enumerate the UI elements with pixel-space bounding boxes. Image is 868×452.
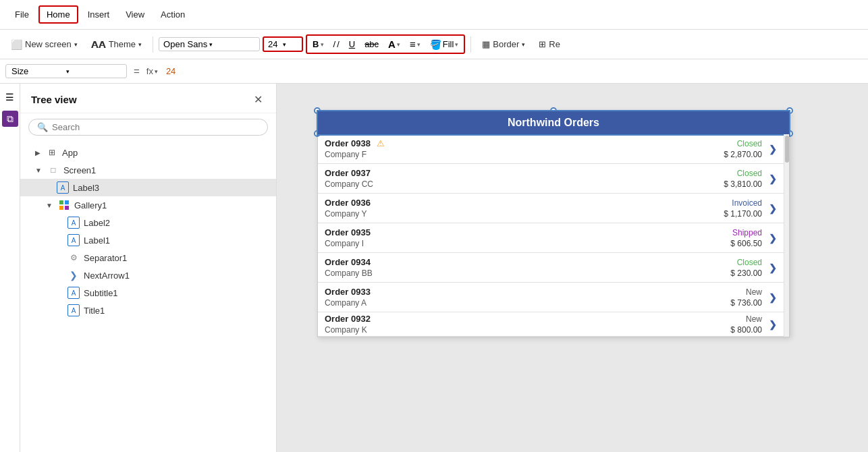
app-canvas: Northwind Orders Order 0938 ⚠ Closed <box>317 111 790 337</box>
row-amount: $ 606.50 <box>730 239 762 248</box>
row-company: Company I <box>325 239 364 248</box>
row-content: Order 0934 Closed Company BB $ 230.00 <box>325 257 762 278</box>
search-input[interactable] <box>52 122 259 132</box>
resize-button[interactable]: ⊞ Re <box>533 36 566 52</box>
gallery-row[interactable]: Order 0933 New Company A $ 736.00 ❯ <box>318 283 784 312</box>
chevron-right-icon: ❯ <box>769 262 777 273</box>
strikethrough-button[interactable]: abc <box>360 38 383 51</box>
row-order: Order 0938 <box>325 138 371 148</box>
resize-label: Re <box>549 39 560 49</box>
tree-item-nextarrow1[interactable]: ▶ ❯ NextArrow1 <box>20 266 276 284</box>
tree-item-title1[interactable]: ▶ A Title1 <box>20 302 276 319</box>
tree-item-label: Subtitle1 <box>84 288 265 298</box>
fx-label[interactable]: fx ▾ <box>146 66 158 76</box>
label-icon: A <box>67 287 80 299</box>
gallery-body: Order 0938 ⚠ Closed Company F $ 2,870.00… <box>318 134 789 337</box>
gallery-row[interactable]: Order 0936 Invoiced Company Y $ 1,170.00… <box>318 194 784 223</box>
fill-chevron: ▾ <box>455 41 458 48</box>
tree-item-app[interactable]: ▶ ⊞ App <box>20 144 276 161</box>
border-button[interactable]: ▦ Border ▾ <box>477 36 531 52</box>
tree-item-screen1[interactable]: ▼ □ Screen1 <box>20 161 276 179</box>
tree-item-label2[interactable]: ▶ A Label2 <box>20 214 276 231</box>
menu-view[interactable]: View <box>119 7 151 22</box>
gallery-rows: Order 0938 ⚠ Closed Company F $ 2,870.00… <box>318 134 784 337</box>
tree-item-label: Label2 <box>84 218 265 228</box>
layers-icon[interactable]: ⧉ <box>2 111 18 127</box>
tree-item-subtitle1[interactable]: ▶ A Subtitle1 <box>20 284 276 302</box>
chevron-right-icon: ❯ <box>769 233 777 244</box>
new-screen-button[interactable]: ⬜ New screen ▾ <box>5 36 83 53</box>
row-status: Closed <box>737 139 762 148</box>
fx-text: fx <box>146 66 153 76</box>
formula-bar: Size ▾ = fx ▾ 24 <box>0 59 868 84</box>
svg-rect-2 <box>59 206 63 210</box>
row-top: Order 0933 New <box>325 287 762 297</box>
gallery-row[interactable]: Order 0935 Shipped Company I $ 606.50 ❯ <box>318 223 784 253</box>
hamburger-icon[interactable]: ☰ <box>2 89 18 105</box>
underline-button[interactable]: U <box>345 38 359 51</box>
separator1 <box>153 36 153 53</box>
tree-item-label: Gallery1 <box>74 200 265 210</box>
tree-item-label1[interactable]: ▶ A Label1 <box>20 231 276 249</box>
svg-rect-1 <box>65 200 69 204</box>
tree-item-separator1[interactable]: ▶ ⚙ Separator1 <box>20 249 276 266</box>
row-content: Order 0937 Closed Company CC $ 3,810.00 <box>325 168 762 189</box>
tree-item-label: App <box>62 148 265 158</box>
font-size-selector[interactable]: 24 ▾ <box>263 36 303 52</box>
property-selector[interactable]: Size ▾ <box>5 64 127 78</box>
chevron-right-icon: ❯ <box>769 173 777 184</box>
gallery-row[interactable]: Order 0932 New Company K $ 800.00 ❯ <box>318 312 784 337</box>
row-company: Company K <box>325 325 367 335</box>
font-family-selector[interactable]: Open Sans ▾ <box>159 37 260 51</box>
tree-item-label: NextArrow1 <box>84 271 265 281</box>
font-color-button[interactable]: A ▾ <box>384 37 404 51</box>
tree-header: Tree view ✕ <box>20 84 276 113</box>
row-bottom: Company F $ 2,870.00 <box>325 150 762 159</box>
row-status: Closed <box>737 169 762 178</box>
row-status: Closed <box>737 258 762 267</box>
row-content: Order 0935 Shipped Company I $ 606.50 <box>325 227 762 248</box>
tree-item-label: Label3 <box>73 183 265 193</box>
tree-item-gallery1[interactable]: ▼ Gallery1 <box>20 196 276 214</box>
svg-rect-0 <box>59 200 63 204</box>
font-family-value: Open Sans <box>163 39 209 49</box>
tree-item-label3[interactable]: ▶ A Label3 <box>20 179 276 196</box>
row-content: Order 0932 New Company K $ 800.00 <box>325 314 762 335</box>
gallery-row[interactable]: Order 0934 Closed Company BB $ 230.00 ❯ <box>318 253 784 283</box>
chevron-right-icon: ❯ <box>769 203 777 214</box>
fill-button[interactable]: 🪣 Fill ▾ <box>426 38 463 51</box>
scrollbar[interactable] <box>784 134 789 337</box>
row-content: Order 0936 Invoiced Company Y $ 1,170.00 <box>325 198 762 219</box>
row-company: Company F <box>325 150 367 159</box>
italic-label: / <box>333 39 336 49</box>
menu-file[interactable]: File <box>8 7 36 22</box>
property-value: Size <box>11 66 66 76</box>
fill-icon: 🪣 <box>430 39 441 50</box>
menu-bar: File Home Insert View Action <box>0 0 868 30</box>
menu-action[interactable]: Action <box>154 7 192 22</box>
row-company: Company CC <box>325 179 373 189</box>
align-label: ≡ <box>410 38 416 50</box>
chevron-down-icon6: ▾ <box>66 68 121 75</box>
chevron-down-icon4: ▾ <box>283 41 298 48</box>
search-icon: 🔍 <box>37 122 48 132</box>
gallery-row[interactable]: Order 0937 Closed Company CC $ 3,810.00 … <box>318 164 784 194</box>
tree-search-box[interactable]: 🔍 <box>28 119 268 136</box>
scrollbar-thumb[interactable] <box>785 136 789 163</box>
row-bottom: Company A $ 736.00 <box>325 298 762 308</box>
screen-icon: ⬜ <box>11 39 22 50</box>
bold-button[interactable]: B ▾ <box>308 38 327 51</box>
toolbar: ⬜ New screen ▾ 𝗔𝗔 Theme ▾ Open Sans ▾ 24… <box>0 30 868 59</box>
gallery-row[interactable]: Order 0938 ⚠ Closed Company F $ 2,870.00… <box>318 134 784 164</box>
row-bottom: Company BB $ 230.00 <box>325 269 762 278</box>
italic-button[interactable]: / / <box>329 38 344 51</box>
separator2 <box>470 36 471 53</box>
align-button[interactable]: ≡ ▾ <box>406 37 425 51</box>
menu-insert[interactable]: Insert <box>81 7 117 22</box>
tree-close-button[interactable]: ✕ <box>251 92 265 107</box>
row-order: Order 0932 <box>325 314 371 324</box>
theme-button[interactable]: 𝗔𝗔 Theme ▾ <box>86 36 147 53</box>
row-amount: $ 1,170.00 <box>724 209 762 219</box>
chevron-down-icon: ▾ <box>74 41 78 48</box>
menu-home[interactable]: Home <box>38 5 78 24</box>
